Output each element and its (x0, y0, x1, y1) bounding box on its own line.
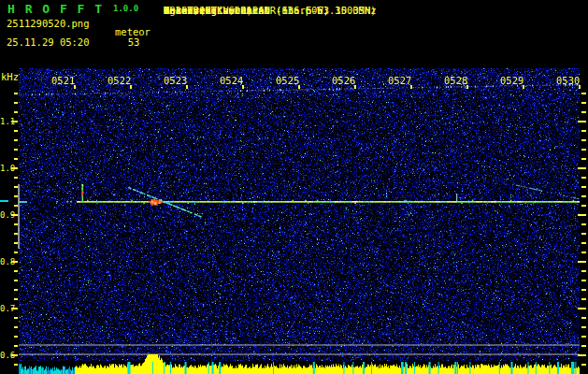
freq-tick-major (578, 354, 586, 356)
freq-tick-minor (581, 111, 586, 113)
freq-tick-minor (581, 139, 586, 141)
time-tick-label: 0525 (276, 75, 298, 86)
freq-tick-minor (581, 102, 586, 104)
freq-tick-minor (581, 326, 586, 328)
hrofft-window: H R O F F T 1.0.0 2511290520.png meteor … (0, 0, 588, 374)
freq-tick-major (11, 261, 18, 263)
info-value: 2el-HB9CV Vertical (el. E-W) (164, 5, 329, 16)
freq-tick-minor (14, 326, 18, 328)
freq-tick-minor (14, 139, 18, 141)
freq-tick-major (578, 308, 586, 309)
time-tick (298, 85, 300, 89)
freq-range-marker (18, 184, 20, 249)
time-tick (523, 85, 524, 89)
freq-tick-minor (581, 336, 586, 338)
freq-tick-minor (581, 345, 586, 347)
spectrogram-canvas (19, 68, 580, 374)
time-tick-label: 0530 (556, 75, 579, 86)
time-tick-label: 0521 (51, 75, 74, 86)
freq-tick-minor (14, 93, 18, 94)
freq-tick-minor (581, 223, 586, 225)
freq-tick-major (11, 214, 18, 216)
freq-tick-minor (581, 280, 586, 281)
freq-axis-unit: kHz (1, 71, 19, 82)
freq-tick-major (578, 167, 586, 169)
freq-tick-minor (581, 298, 586, 300)
time-tick (354, 85, 356, 89)
freq-tick-minor (581, 205, 586, 207)
freq-tick-minor (14, 149, 18, 151)
time-tick-label: 0529 (500, 75, 523, 86)
freq-tick-minor (581, 93, 586, 94)
freq-tick-minor (581, 186, 586, 188)
time-tick (466, 85, 468, 89)
freq-tick-minor (581, 195, 586, 197)
freq-tick-minor (581, 130, 586, 132)
freq-tick-major (11, 121, 18, 122)
freq-tick-minor (14, 280, 18, 281)
freq-tick-minor (14, 289, 18, 291)
freq-tick-minor (14, 158, 18, 160)
time-tick (579, 85, 581, 89)
freq-tick-minor (581, 149, 586, 151)
freq-tick-minor (14, 252, 18, 253)
freq-tick-minor (14, 317, 18, 319)
freq-tick-major (578, 261, 586, 263)
freq-tick-minor (14, 336, 18, 338)
freq-tick-minor (581, 233, 586, 235)
freq-tick-major (11, 167, 18, 169)
time-tick (410, 85, 412, 89)
time-tick-label: 0522 (108, 75, 130, 86)
freq-tick-major (578, 214, 586, 216)
freq-tick-minor (581, 364, 586, 366)
freq-tick-major (11, 354, 18, 356)
freq-tick-minor (581, 289, 586, 291)
time-tick-label: 0527 (388, 75, 410, 86)
freq-tick-minor (14, 111, 18, 113)
freq-tick-major (11, 308, 18, 309)
time-tick-label: 0526 (332, 75, 354, 86)
freq-tick-minor (581, 252, 586, 253)
meteor-count: 53 (123, 36, 144, 48)
app-version: 1.0.0 (113, 4, 138, 13)
freq-tick-minor (14, 345, 18, 347)
freq-tick-minor (14, 130, 18, 132)
time-tick (242, 85, 244, 89)
observation-datetime: 25.11.29 05:20 (7, 36, 90, 48)
freq-tick-major (578, 121, 586, 122)
time-tick (130, 85, 132, 89)
freq-tick-minor (14, 102, 18, 104)
time-tick-label: 0524 (220, 75, 242, 86)
time-tick-label: 0523 (164, 75, 186, 86)
output-filename: 2511290520.png (7, 18, 90, 29)
freq-tick-minor (14, 270, 18, 272)
time-tick (186, 85, 188, 89)
time-tick-label: 0528 (444, 75, 466, 86)
freq-tick-minor (581, 317, 586, 319)
carrier-level-dash (0, 200, 8, 202)
app-title: H R O F F T (7, 2, 104, 16)
freq-tick-minor (14, 298, 18, 300)
freq-tick-minor (581, 158, 586, 160)
time-tick (74, 85, 76, 89)
freq-tick-minor (581, 242, 586, 244)
freq-tick-minor (581, 270, 586, 272)
freq-tick-minor (14, 177, 18, 179)
freq-tick-minor (14, 364, 18, 366)
freq-tick-minor (581, 177, 586, 179)
